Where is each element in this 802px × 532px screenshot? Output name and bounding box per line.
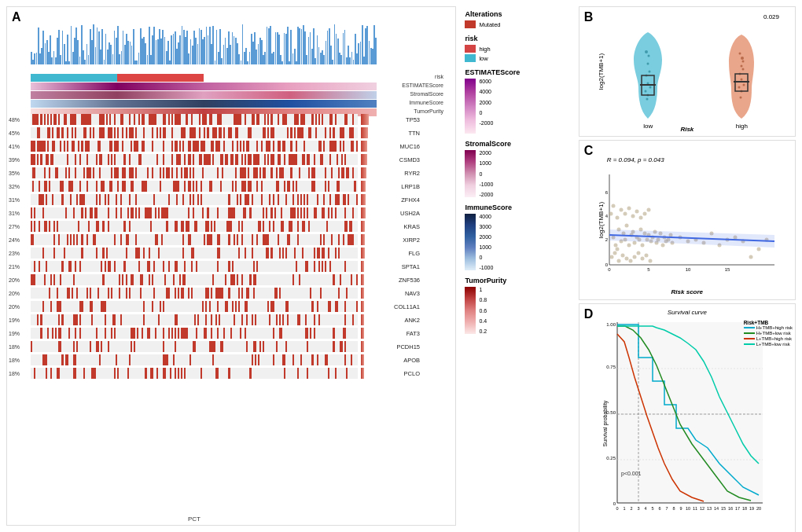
matrix-row: 31%USH2A [31,207,377,219]
estimate-gradient [465,79,476,134]
matrix-row: 20%NAV3 [31,287,377,299]
svg-text:4: 4 [644,506,646,511]
svg-marker-101 [609,229,774,248]
matrix-cell [356,114,358,125]
matrix-row: 45%TTN [31,127,377,139]
surv-legend-h-low: H+TMB+low risk [744,331,793,336]
scatter-stats: R = 0.094, p = 0.043 [607,156,664,163]
surv-legend-h-high: H+TMB+high risk [744,325,793,330]
matrix-cell [356,354,358,365]
matrix-cell [356,368,358,379]
svg-point-16 [738,86,741,88]
svg-point-19 [740,96,742,98]
matrix-row: 21%SPTA1 [31,260,377,273]
svg-point-42 [624,224,628,228]
right-panels: B 0.029 log2(TMB+1) [579,6,796,526]
svg-point-20 [741,57,744,60]
svg-text:0: 0 [608,267,611,272]
svg-text:20: 20 [756,506,761,511]
matrix-cell [356,248,358,259]
tmb-bar [287,27,289,64]
survival-title: Survival curve [668,309,707,316]
svg-point-66 [609,212,613,216]
risk-legend: risk high low [465,35,569,62]
stromal-label: StromalScore [410,91,443,97]
violin-xaxis: Risk [680,126,693,133]
matrix-row: 23%FLG [31,247,377,259]
x-axis-label: PCT [188,515,200,523]
svg-point-76 [646,208,650,212]
immune-track: ImmuneScore [31,100,377,108]
svg-point-37 [615,248,619,251]
scatter-plot: 0 2 4 6 0 5 10 15 [602,171,782,281]
svg-text:10: 10 [686,506,690,511]
risk-high-label: high [479,46,490,53]
svg-point-68 [615,216,619,220]
svg-point-86 [644,254,648,258]
svg-point-70 [623,212,627,216]
svg-point-17 [743,83,745,86]
matrix-cell [356,194,358,205]
matrix-cell [356,154,358,165]
matrix-row: 35%RYR2 [31,167,377,179]
panel-a: A 6 4 2 0 TMB risk [6,6,456,526]
violin-yaxis: log2(TMB+1) [597,53,604,90]
svg-text:0.25: 0.25 [606,456,616,460]
matrix-row: 18%PCDH15 [31,340,377,353]
svg-point-72 [631,215,635,218]
svg-text:12: 12 [700,506,705,511]
svg-point-77 [609,255,613,259]
panel-c: C R = 0.094, p = 0.043 log2(TMB+1) 0 2 4… [579,140,796,300]
violin-container: 0.029 log2(TMB+1) [579,7,795,136]
mutated-swatch [465,20,476,28]
svg-point-98 [756,248,760,251]
mutated-label: Mutated [479,21,500,28]
svg-text:11: 11 [693,506,697,511]
svg-text:15: 15 [721,506,726,511]
svg-text:2: 2 [630,506,632,511]
tmb-bar [375,38,377,64]
svg-point-67 [611,204,615,208]
matrix-row: 31%ZFHX4 [31,193,377,206]
svg-text:6: 6 [605,190,608,195]
alterations-title: Alterations [465,10,569,18]
svg-point-85 [640,257,644,261]
surv-legend-title: Risk+TMB [744,320,793,325]
svg-text:9: 9 [679,506,682,511]
svg-point-81 [624,257,628,261]
matrix-row: 27%KRAS [31,220,377,233]
violin-pval: 0.029 [763,13,779,20]
matrix-row: 39%CSMD3 [31,153,377,166]
svg-text:1.00: 1.00 [606,322,616,327]
matrix-cell [356,301,358,312]
svg-point-78 [613,251,616,255]
survival-plot: 0 0.25 0.50 0.75 1.00 0 1 2 3 4 5 6 [602,318,767,523]
tmb-bar [67,35,68,64]
svg-point-74 [638,216,642,220]
svg-text:5: 5 [651,506,653,511]
mutated-legend-item: Mutated [465,20,569,28]
scatter-yaxis: log2(TMB+1) [597,202,604,238]
tracks-area: risk ESTIMATEScore StromalScore ImmuneSc… [31,74,377,117]
matrix-cell [356,328,358,339]
svg-point-22 [742,60,745,62]
svg-text:13: 13 [707,506,712,511]
svg-text:17: 17 [735,506,740,511]
svg-point-9 [645,50,648,53]
estimate-legend-title: ESTIMATEScore [465,68,569,76]
svg-point-8 [648,54,650,57]
tmb-bars [31,21,377,64]
tumor-label: TumorPurity [414,108,443,114]
matrix-row: 18%APOB [31,354,377,366]
stromal-legend: StromalScore 2000 1000 0 -1000 -2000 [465,140,569,197]
svg-point-4 [645,90,647,92]
svg-point-2 [649,70,651,72]
svg-point-7 [646,97,649,100]
tumor-legend-title: TumorPurity [465,277,569,284]
svg-point-87 [648,259,652,263]
matrix-row: 19%ANK2 [31,314,377,326]
violins-row: low [602,28,789,130]
matrix-row: 48%TP53 [31,113,377,126]
risk-label: risk [435,74,443,79]
svg-text:19: 19 [749,506,754,511]
